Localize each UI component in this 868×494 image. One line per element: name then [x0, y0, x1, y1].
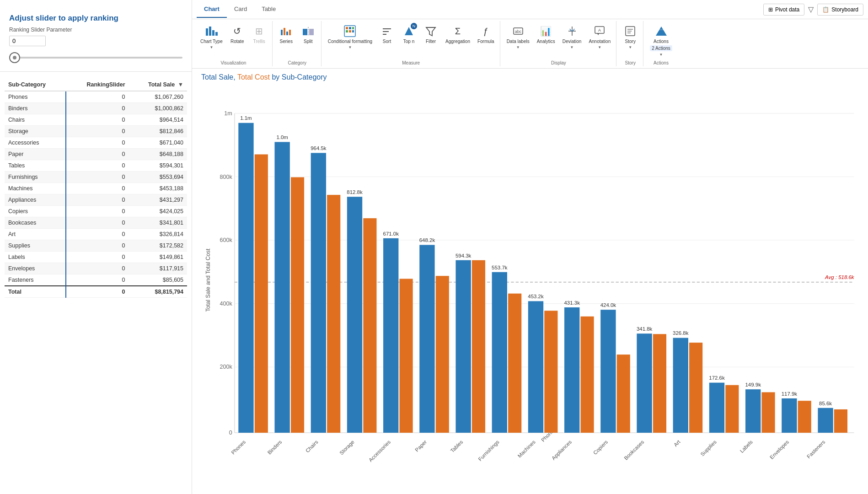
svg-rect-81: [580, 317, 594, 433]
svg-rect-87: [653, 334, 666, 433]
slider-title: Adjust slider to apply ranking: [9, 14, 182, 23]
data-labels-label: Data labels: [507, 39, 530, 44]
trellis-label: Trellis: [253, 39, 265, 44]
chart-type-icon: [205, 25, 218, 38]
left-panel: Adjust slider to apply ranking Ranking S…: [0, 0, 192, 494]
table-row[interactable]: Copiers 0 $424,025: [5, 206, 187, 217]
tab-chart[interactable]: Chart: [197, 1, 227, 18]
tab-table[interactable]: Table: [254, 1, 283, 18]
table-row[interactable]: Appliances 0 $431,297: [5, 194, 187, 206]
deviation-button[interactable]: Deviation ▼: [560, 23, 584, 51]
svg-text:0: 0: [229, 430, 232, 436]
table-row[interactable]: Phones 0 $1,067,260: [5, 91, 187, 103]
bar-storage: 812.8k: [347, 189, 376, 433]
svg-text:Chairs: Chairs: [305, 439, 319, 454]
svg-text:600k: 600k: [220, 237, 233, 243]
data-labels-button[interactable]: abc Data labels ▼: [504, 23, 532, 51]
svg-text:800k: 800k: [220, 174, 233, 180]
svg-text:149.9k: 149.9k: [745, 382, 761, 387]
svg-rect-62: [347, 197, 362, 433]
svg-rect-77: [528, 301, 543, 433]
svg-marker-28: [597, 33, 599, 35]
col-header-subcategory[interactable]: Sub-Category: [5, 79, 66, 91]
svg-rect-59: [311, 153, 326, 433]
svg-text:326.8k: 326.8k: [673, 330, 689, 336]
analytics-button[interactable]: 📊 Analytics: [534, 23, 558, 46]
chart-type-button[interactable]: Chart Type ▼: [198, 23, 225, 51]
cell-totalsale: $1,067,260: [129, 91, 188, 103]
svg-text:Fasteners: Fasteners: [806, 439, 826, 460]
pivot-data-button[interactable]: ⊞ Pivot data: [763, 4, 804, 16]
cell-ranking: 0: [66, 194, 129, 206]
slider-value-input[interactable]: [9, 36, 46, 46]
cell-subcategory: Fasteners: [5, 274, 66, 286]
table-row[interactable]: Supplies 0 $172,582: [5, 240, 187, 252]
sort-button[interactable]: Sort: [377, 23, 397, 46]
annotation-button[interactable]: A Annotation ▼: [586, 23, 613, 51]
bar-paper: 648.2k: [419, 237, 449, 433]
aggregation-button[interactable]: Σ Aggregation: [443, 23, 473, 46]
series-button[interactable]: Series: [276, 23, 296, 46]
table-row[interactable]: Chairs 0 $964,514: [5, 114, 187, 126]
table-row[interactable]: Envelopes 0 $117,915: [5, 263, 187, 274]
cell-subcategory: Binders: [5, 103, 66, 114]
table-row[interactable]: Furnishings 0 $553,694: [5, 172, 187, 183]
slider-track: [9, 57, 182, 59]
topn-button[interactable]: N Top n: [399, 23, 419, 46]
right-panel: Chart Card Table ⊞ Pivot data ▽ 📋 Storyb…: [192, 0, 868, 494]
table-row[interactable]: Tables 0 $594,301: [5, 160, 187, 172]
slider-thumb[interactable]: [9, 52, 20, 63]
cell-ranking: 0: [66, 206, 129, 217]
table-row[interactable]: Machines 0 $453,188: [5, 183, 187, 194]
story-arrow: ▼: [628, 45, 632, 49]
cell-totalsale: $812,846: [129, 126, 188, 137]
col-header-rankingslider[interactable]: RankingSlider: [66, 79, 129, 91]
table-row[interactable]: Bookcases 0 $341,801: [5, 217, 187, 229]
svg-text:Envelopes: Envelopes: [769, 439, 790, 460]
svg-rect-80: [564, 307, 579, 433]
table-section: Sub-Category RankingSlider Total Sale ▼ …: [0, 76, 192, 494]
bar-binders: 1.0m: [274, 134, 304, 433]
story-button[interactable]: Story ▼: [620, 23, 640, 51]
story-label: Story: [625, 39, 636, 44]
cell-subcategory: Furnishings: [5, 172, 66, 183]
svg-rect-78: [544, 311, 557, 433]
analytics-icon: 📊: [540, 25, 552, 38]
svg-rect-65: [383, 238, 398, 433]
svg-text:85.6k: 85.6k: [819, 401, 832, 406]
conditional-formatting-button[interactable]: Conditional formatting ▼: [325, 23, 375, 51]
actions-button[interactable]: Actions 2 Actions ▼: [647, 23, 675, 59]
table-row[interactable]: Fasteners 0 $85,605: [5, 274, 187, 286]
cell-totalsale: $149,861: [129, 252, 188, 263]
tab-bar: Chart Card Table ⊞ Pivot data ▽ 📋 Storyb…: [192, 0, 868, 19]
trellis-button[interactable]: ⊞ Trellis: [249, 23, 269, 46]
storyboard-button[interactable]: 📋 Storyboard: [817, 4, 863, 16]
story-icon: [624, 25, 637, 38]
table-row[interactable]: Art 0 $326,814: [5, 229, 187, 240]
bar-chairs: 964.5k: [311, 145, 340, 433]
split-button[interactable]: Split: [298, 23, 318, 46]
table-row[interactable]: Binders 0 $1,000,862: [5, 103, 187, 114]
data-labels-icon: abc: [512, 25, 525, 38]
filter-button[interactable]: Filter: [421, 23, 441, 46]
table-row[interactable]: Storage 0 $812,846: [5, 126, 187, 137]
table-row[interactable]: Accessories 0 $671,040: [5, 137, 187, 149]
svg-rect-86: [637, 333, 652, 433]
cell-totalsale: $172,582: [129, 240, 188, 252]
svg-rect-1: [209, 27, 211, 36]
table-row[interactable]: Labels 0 $149,861: [5, 252, 187, 263]
cell-totalsale: $117,915: [129, 263, 188, 274]
table-row[interactable]: Paper 0 $648,188: [5, 149, 187, 160]
svg-rect-14: [352, 27, 354, 29]
col-header-totalsale[interactable]: Total Sale ▼: [129, 79, 188, 91]
cell-totalsale: $648,188: [129, 149, 188, 160]
bar-copiers: 424.0k: [600, 302, 630, 433]
svg-rect-6: [286, 32, 288, 35]
svg-rect-7: [289, 30, 291, 35]
formula-label: Formula: [477, 39, 494, 44]
tab-card[interactable]: Card: [227, 1, 254, 18]
storyboard-icon: 📋: [822, 6, 829, 13]
rotate-button[interactable]: ↺ Rotate: [227, 23, 247, 46]
formula-button[interactable]: ƒ Formula: [475, 23, 497, 46]
filter-icon-top[interactable]: ▽: [808, 5, 814, 14]
